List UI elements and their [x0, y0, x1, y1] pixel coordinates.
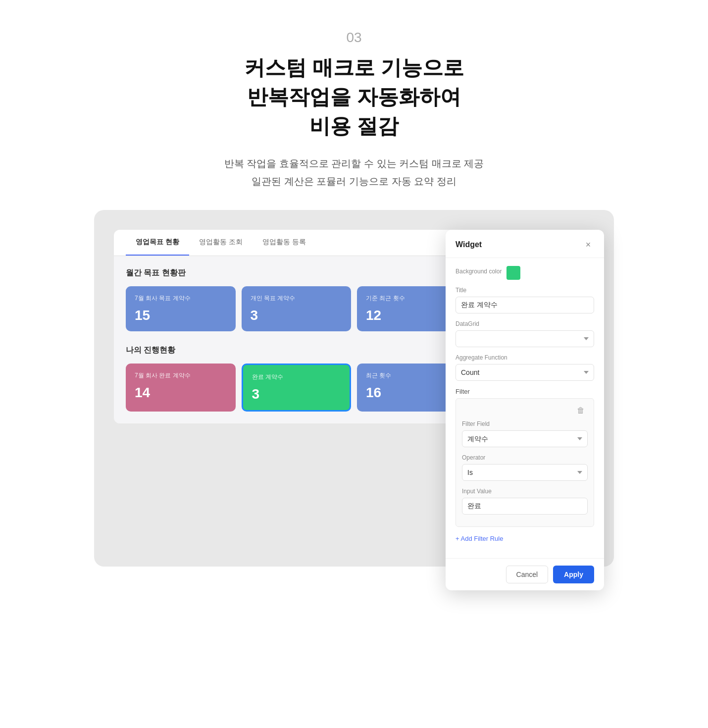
- card-company-goal-value: 15: [135, 308, 227, 323]
- card-recent-count-label: 기준 최근 횟수: [366, 294, 458, 303]
- delete-filter-button[interactable]: 🗑: [574, 404, 588, 417]
- card-complete-contract-value: 3: [252, 386, 341, 402]
- modal-footer: Cancel Apply: [446, 558, 604, 590]
- add-filter-button[interactable]: + Add Filter Rule: [455, 535, 503, 542]
- app-frame: 영업목표 현황 영업활동 조회 영업활동 등록 월간 목표 현황판 7월 회사 …: [94, 210, 614, 567]
- tab-sales-activity[interactable]: 영업활동 조회: [189, 230, 253, 256]
- card-complete-company: 7월 회사 완료 계약수 14: [126, 364, 236, 412]
- filter-block: 🗑 Filter Field 계약수 Operator Is: [455, 398, 594, 527]
- card-complete-company-value: 14: [135, 385, 227, 401]
- subtitle: 반복 작업을 효율적으로 관리할 수 있는 커스텀 매크로 제공 일관된 계산은…: [0, 155, 708, 190]
- subtitle-line1: 반복 작업을 효율적으로 관리할 수 있는 커스텀 매크로 제공: [224, 158, 484, 169]
- filter-field-select[interactable]: 계약수: [462, 430, 588, 447]
- cancel-button[interactable]: Cancel: [506, 566, 549, 583]
- widget-modal: Widget × Background color Title DataGrid: [446, 230, 604, 590]
- card-company-goal-label: 7월 회사 목표 계약수: [135, 294, 227, 303]
- filter-delete-row: 🗑: [462, 404, 588, 417]
- step-number: 03: [0, 30, 708, 46]
- input-value-input[interactable]: [462, 498, 588, 515]
- operator-select[interactable]: Is Is Not Contains: [462, 464, 588, 481]
- filter-section: Filter 🗑 Filter Field 계약수 Operator: [455, 388, 594, 527]
- card-company-goal: 7월 회사 목표 계약수 15: [126, 286, 236, 331]
- title-field-label: Title: [455, 287, 594, 294]
- color-swatch[interactable]: [506, 266, 520, 280]
- bg-color-row: Background color: [455, 266, 594, 280]
- operator-row: Operator Is Is Not Contains: [462, 454, 588, 481]
- datagrid-label: DataGrid: [455, 320, 594, 327]
- tab-sales-goal[interactable]: 영업목표 현황: [126, 230, 189, 256]
- card-personal-goal-value: 3: [251, 308, 343, 323]
- card-my-recent-value: 16: [366, 385, 458, 401]
- close-button[interactable]: ×: [582, 239, 594, 251]
- modal-header: Widget ×: [446, 230, 604, 258]
- modal-title: Widget: [455, 240, 482, 249]
- tab-sales-register[interactable]: 영업활동 등록: [253, 230, 316, 256]
- card-my-recent-label: 최근 횟수: [366, 371, 458, 380]
- filter-field-row: Filter Field 계약수: [462, 420, 588, 447]
- header-section: 03 커스텀 매크로 기능으로 반복작업을 자동화하여 비용 절감 반복 작업을…: [0, 0, 708, 210]
- datagrid-select[interactable]: [455, 330, 594, 347]
- apply-button[interactable]: Apply: [553, 566, 594, 583]
- card-complete-contract: 완료 계약수 3: [242, 364, 352, 412]
- card-complete-contract-label: 완료 계약수: [252, 373, 341, 381]
- input-value-row: Input Value: [462, 488, 588, 515]
- datagrid-row: DataGrid: [455, 320, 594, 347]
- operator-label: Operator: [462, 454, 588, 461]
- subtitle-line2: 일관된 계산은 포뮬러 기능으로 자동 요약 정리: [252, 176, 456, 187]
- filter-field-label: Filter Field: [462, 420, 588, 427]
- title-line1: 커스텀 매크로 기능으로: [244, 56, 463, 79]
- card-complete-company-label: 7월 회사 완료 계약수: [135, 371, 227, 380]
- card-personal-goal-label: 개인 목표 계약수: [251, 294, 343, 303]
- add-filter-label: + Add Filter Rule: [455, 535, 503, 542]
- main-title: 커스텀 매크로 기능으로 반복작업을 자동화하여 비용 절감: [0, 53, 708, 141]
- aggregate-label: Aggregate Function: [455, 354, 594, 361]
- modal-body: Background color Title DataGrid Aggregat…: [446, 258, 604, 558]
- aggregate-row: Aggregate Function Count Sum Average Min…: [455, 354, 594, 381]
- bg-color-label: Background color: [455, 268, 502, 275]
- aggregate-select[interactable]: Count Sum Average Min Max: [455, 364, 594, 381]
- card-personal-goal: 개인 목표 계약수 3: [242, 286, 352, 331]
- card-recent-count-value: 12: [366, 308, 458, 323]
- filter-label: Filter: [455, 388, 594, 395]
- input-value-label: Input Value: [462, 488, 588, 495]
- title-input[interactable]: [455, 297, 594, 313]
- title-line2: 반복작업을 자동화하여: [247, 85, 461, 108]
- title-line3: 비용 절감: [309, 114, 399, 138]
- title-row: Title: [455, 287, 594, 313]
